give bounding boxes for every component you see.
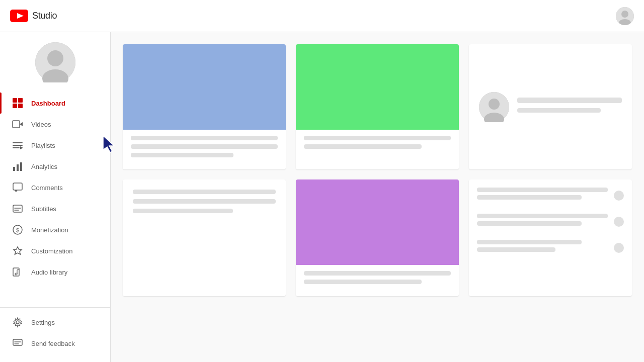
list-item-lines <box>477 240 608 256</box>
svg-rect-9 <box>18 98 23 103</box>
svg-marker-22 <box>15 190 18 192</box>
sidebar-item-monetization-label: Monetization <box>31 226 68 234</box>
header-logo-area: Studio <box>10 10 57 22</box>
sidebar-bottom: Settings Send feedback <box>0 307 110 362</box>
header: Studio <box>0 0 644 32</box>
sidebar-item-subtitles-label: Subtitles <box>31 205 56 213</box>
comments-icon <box>12 182 23 193</box>
svg-text:$: $ <box>16 227 19 233</box>
card-5[interactable] <box>296 179 459 296</box>
card-2-text <box>296 130 459 161</box>
sidebar-item-monetization[interactable]: $ Monetization <box>0 219 110 240</box>
svg-point-37 <box>489 99 500 110</box>
sidebar-item-comments[interactable]: Comments <box>0 177 110 198</box>
svg-rect-33 <box>13 339 22 345</box>
text-line <box>133 209 233 213</box>
playlists-icon <box>12 140 23 151</box>
svg-rect-18 <box>13 167 15 171</box>
card-5-thumbnail <box>296 179 459 265</box>
text-line <box>304 136 451 140</box>
text-line <box>477 214 608 218</box>
svg-rect-12 <box>13 121 20 128</box>
text-line <box>477 240 582 244</box>
youtube-logo-icon <box>10 10 28 22</box>
avatar-icon <box>616 7 634 25</box>
sidebar-channel-avatar[interactable] <box>35 42 75 82</box>
svg-marker-13 <box>20 122 23 126</box>
list-item-indicator <box>614 217 624 227</box>
card-4-empty[interactable] <box>123 179 286 296</box>
card-1-thumbnail <box>123 44 286 130</box>
list-item <box>477 214 624 230</box>
list-item-indicator <box>614 191 624 201</box>
text-line <box>133 190 276 194</box>
sidebar-item-customization[interactable]: Customization <box>0 240 110 261</box>
card-6-list <box>469 179 632 296</box>
sidebar-item-videos[interactable]: Videos <box>0 114 110 135</box>
monetization-icon: $ <box>12 224 23 235</box>
sidebar-item-videos-label: Videos <box>31 121 51 128</box>
text-line <box>131 144 278 149</box>
sidebar-item-playlists-label: Playlists <box>31 142 55 149</box>
feedback-icon <box>12 338 23 349</box>
sidebar-avatar-section <box>0 32 110 90</box>
customization-icon <box>12 245 23 256</box>
profile-card-lines <box>517 98 622 117</box>
list-item <box>477 240 624 256</box>
svg-rect-11 <box>18 104 23 108</box>
svg-rect-8 <box>13 98 17 103</box>
text-line <box>517 108 601 113</box>
list-item-indicator <box>614 243 624 253</box>
card-1-text <box>123 130 286 169</box>
analytics-icon <box>12 161 23 172</box>
card-2-thumbnail <box>296 44 459 130</box>
audio-icon <box>12 266 23 278</box>
list-item-lines <box>477 214 608 230</box>
svg-rect-10 <box>13 104 17 108</box>
list-item-lines <box>477 188 608 204</box>
sidebar-item-customization-label: Customization <box>31 247 72 255</box>
svg-rect-19 <box>17 164 19 171</box>
text-line <box>477 247 555 252</box>
studio-label: Studio <box>32 11 57 21</box>
card-1[interactable] <box>123 44 286 169</box>
text-line <box>477 188 608 192</box>
profile-avatar-icon <box>479 92 509 122</box>
text-line <box>133 199 276 204</box>
sidebar-item-audio-library-label: Audio library <box>31 268 67 276</box>
svg-rect-21 <box>13 183 22 190</box>
svg-point-6 <box>47 50 63 66</box>
text-line <box>477 221 582 226</box>
card-3-profile[interactable] <box>469 44 632 169</box>
card-5-text <box>296 265 459 296</box>
sidebar-item-dashboard[interactable]: Dashboard <box>0 93 110 114</box>
header-user-avatar[interactable] <box>616 7 634 25</box>
profile-card-avatar <box>479 92 509 122</box>
svg-rect-23 <box>13 205 22 212</box>
sidebar-item-comments-label: Comments <box>31 184 63 192</box>
sidebar-item-send-feedback-label: Send feedback <box>31 340 75 347</box>
sidebar-item-dashboard-label: Dashboard <box>31 100 65 107</box>
text-line <box>304 144 422 149</box>
main-content <box>111 32 644 362</box>
svg-point-32 <box>16 321 19 324</box>
sidebar-item-audio-library[interactable]: Audio library <box>0 261 110 283</box>
sidebar-item-send-feedback[interactable]: Send feedback <box>0 333 110 354</box>
dashboard-icon <box>12 98 23 109</box>
sidebar-item-analytics[interactable]: Analytics <box>0 156 110 177</box>
channel-avatar-icon <box>35 42 75 82</box>
sidebar-item-settings[interactable]: Settings <box>0 312 110 333</box>
text-line <box>477 195 582 200</box>
text-line <box>304 280 422 284</box>
list-item <box>477 188 624 204</box>
sidebar-item-analytics-label: Analytics <box>31 163 57 170</box>
sidebar-item-subtitles[interactable]: Subtitles <box>0 198 110 219</box>
svg-point-3 <box>621 11 628 18</box>
text-line <box>131 153 233 157</box>
videos-icon <box>12 119 23 130</box>
main-layout: Dashboard Videos <box>0 32 644 362</box>
svg-rect-20 <box>20 162 22 171</box>
svg-marker-17 <box>20 146 23 149</box>
sidebar-item-playlists[interactable]: Playlists <box>0 135 110 156</box>
card-2[interactable] <box>296 44 459 169</box>
